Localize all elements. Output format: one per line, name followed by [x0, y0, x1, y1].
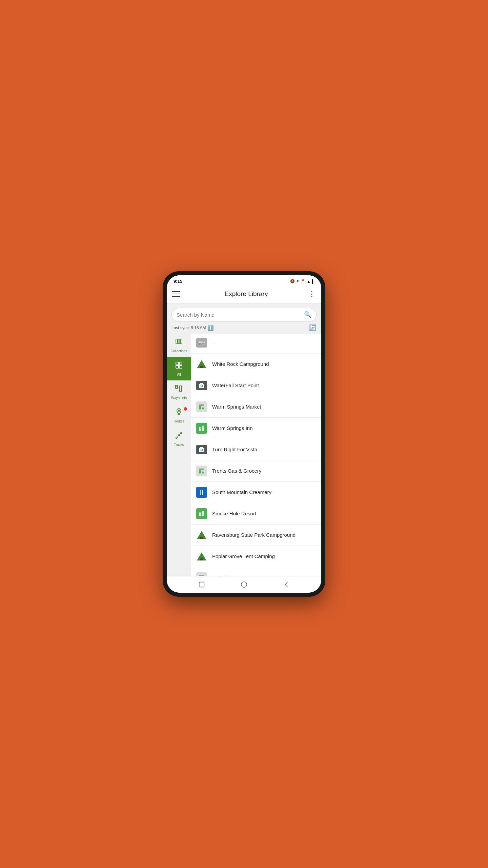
all-icon	[175, 361, 183, 371]
sidebar-item-tracks[interactable]: Tracks	[167, 427, 191, 451]
sidebar-item-waypoints[interactable]: Waypoints	[167, 380, 191, 404]
item-name-white-rock: White Rock Campground	[212, 361, 269, 368]
svg-rect-6	[179, 366, 182, 368]
list-item-oak-ridge[interactable]: Oak Ridge Station	[191, 567, 321, 576]
routes-icon	[175, 408, 183, 418]
gas-box-icon	[196, 466, 207, 476]
app-bar-title: Explore Library	[225, 290, 268, 298]
svg-rect-33	[199, 469, 204, 470]
sync-bar: Last sync: 9:15 AM ℹ️ 🔄	[167, 321, 321, 334]
camera-icon: 📷	[196, 338, 207, 348]
svg-point-28	[201, 449, 202, 451]
store-icon: ⛽	[196, 401, 207, 413]
inn-icon	[196, 422, 207, 434]
camera-icon-3	[196, 444, 207, 455]
svg-point-9	[176, 437, 177, 438]
list-item-poplar-grove[interactable]: Poplar Grove Tent Camping	[191, 546, 321, 567]
resort-icon	[196, 508, 207, 519]
hamburger-line-3	[172, 296, 180, 297]
svg-point-14	[201, 385, 202, 387]
svg-rect-36	[202, 490, 203, 495]
svg-point-45	[241, 582, 247, 588]
svg-rect-29	[200, 447, 203, 448]
camera-icon-2	[196, 380, 207, 391]
routes-badge	[184, 407, 187, 411]
sidebar-item-collections[interactable]: Collections	[167, 334, 191, 357]
svg-rect-24	[200, 428, 201, 429]
bottom-nav	[167, 576, 321, 593]
restaurant-box-icon	[196, 487, 207, 498]
partial-list-item[interactable]: 📷 ···	[191, 334, 321, 354]
partial-item-name: ···	[212, 339, 217, 346]
svg-rect-22	[199, 427, 201, 431]
triangle-icon-2	[197, 531, 206, 539]
all-label: All	[177, 373, 181, 376]
gas-icon-2	[196, 572, 207, 576]
phone-frame: 9:15 🔕 ✦ 📍 ▲ ▌ Explore Library ⋮ 🔍	[163, 271, 325, 597]
search-icon[interactable]: 🔍	[304, 311, 311, 318]
list-area: 📷 ··· White Rock Campground	[191, 334, 321, 576]
wifi-icon: ▲	[307, 279, 310, 283]
bluetooth-icon: ✦	[296, 279, 299, 283]
search-area: 🔍	[167, 304, 321, 321]
svg-rect-18	[202, 408, 204, 410]
sidebar-item-all[interactable]: All	[167, 357, 191, 380]
collections-icon	[175, 338, 183, 348]
list-item-turn-right[interactable]: Turn Right For Vista	[191, 439, 321, 460]
routes-label: Routes	[174, 419, 184, 423]
item-name-warm-springs-market: Warm Springs Market	[212, 403, 261, 410]
list-item-warm-springs-inn[interactable]: Warm Springs Inn	[191, 418, 321, 439]
sidebar-item-routes[interactable]: Routes	[167, 404, 191, 427]
store-box-icon: ⛽	[196, 401, 207, 412]
svg-rect-1	[178, 339, 180, 344]
svg-rect-39	[202, 511, 204, 516]
list-item-white-rock[interactable]: White Rock Campground	[191, 354, 321, 375]
campground-icon-1	[196, 358, 207, 370]
svg-rect-5	[176, 366, 179, 368]
restaurant-icon	[196, 487, 207, 498]
nav-square-button[interactable]	[197, 580, 206, 589]
item-name-warm-springs-inn: Warm Springs Inn	[212, 425, 252, 432]
camera-box-icon	[196, 381, 207, 390]
svg-rect-32	[202, 472, 204, 474]
info-icon[interactable]: ℹ️	[208, 325, 214, 331]
main-content: Collections All	[167, 334, 321, 576]
item-name-trents: Trents Gas & Grocery	[212, 468, 261, 474]
svg-point-8	[178, 410, 180, 411]
svg-rect-38	[199, 512, 201, 516]
search-input[interactable]	[177, 312, 301, 318]
app-bar: Explore Library ⋮	[167, 285, 321, 304]
status-icons: 🔕 ✦ 📍 ▲ ▌	[290, 279, 314, 283]
campground-icon-2	[196, 529, 207, 541]
list-item-warm-springs-market[interactable]: ⛽ Warm Springs Market	[191, 396, 321, 418]
item-name-waterfall: WaterFall Start Point	[212, 382, 259, 389]
collections-label: Collections	[171, 349, 187, 353]
svg-rect-2	[180, 339, 182, 344]
refresh-button[interactable]: 🔄	[309, 324, 317, 332]
location-icon: 📍	[301, 279, 305, 283]
svg-rect-31	[199, 470, 201, 473]
gas-box-icon-2	[196, 572, 207, 576]
svg-rect-44	[199, 582, 204, 587]
item-name-smoke-hole: Smoke Hole Resort	[212, 510, 256, 517]
nav-back-button[interactable]	[282, 580, 291, 589]
sync-info: Last sync: 9:15 AM ℹ️	[171, 325, 214, 331]
svg-rect-17	[199, 406, 201, 409]
list-item-ravensburg[interactable]: Ravensburg State Park Campground	[191, 525, 321, 546]
more-options-button[interactable]: ⋮	[308, 290, 316, 298]
menu-button[interactable]	[172, 288, 184, 300]
nav-home-button[interactable]	[239, 580, 249, 589]
list-item-smoke-hole[interactable]: Smoke Hole Resort	[191, 503, 321, 525]
list-item-south-mountain[interactable]: South Mountain Creamery	[191, 482, 321, 503]
partial-icon: 📷	[196, 337, 207, 349]
svg-rect-25	[203, 427, 204, 428]
svg-rect-35	[200, 490, 201, 495]
item-name-south-mountain: South Mountain Creamery	[212, 489, 271, 496]
status-bar: 9:15 🔕 ✦ 📍 ▲ ▌	[167, 275, 321, 285]
tracks-label: Tracks	[174, 443, 184, 447]
list-item-trents[interactable]: Trents Gas & Grocery	[191, 460, 321, 482]
battery-icon: ▌	[312, 279, 314, 283]
phone-screen: 9:15 🔕 ✦ 📍 ▲ ▌ Explore Library ⋮ 🔍	[167, 275, 321, 593]
triangle-icon-3	[197, 552, 206, 560]
list-item-waterfall[interactable]: WaterFall Start Point	[191, 375, 321, 396]
